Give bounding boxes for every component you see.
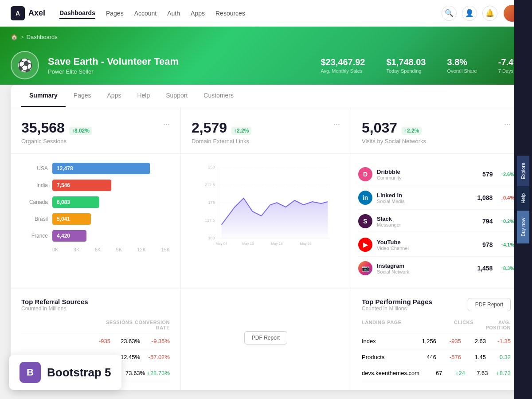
youtube-icon: ▶: [358, 238, 372, 252]
buy-now-button[interactable]: Buy now: [517, 211, 529, 243]
metric-more-icon-3[interactable]: ···: [504, 120, 511, 129]
home-icon: 🏠: [11, 34, 18, 40]
metric-domain-links: ··· 2,579 ↑2.2% Domain External Links: [181, 107, 351, 153]
metric-label-social: Visits by Social Networks: [362, 138, 511, 145]
settings-button[interactable]: 🔔: [482, 6, 497, 21]
nav-right: 🔍 👤 🔔: [442, 4, 521, 23]
search-button[interactable]: 🔍: [442, 6, 457, 21]
referral-header: SESSIONS CONVERSION RATE: [21, 317, 170, 333]
bar-chart-section: USA 12,478 India 7,546 Canada 6,083: [11, 154, 181, 289]
explore-button[interactable]: Explore: [517, 156, 529, 186]
metric-value-sessions: 35,568: [21, 120, 65, 136]
metric-more-icon[interactable]: ···: [163, 120, 170, 129]
help-button[interactable]: Help: [517, 186, 529, 211]
metric-badge-sessions: ↑8.02%: [69, 127, 92, 135]
nav-dashboards[interactable]: Dashboards: [59, 8, 95, 19]
bar-brasil: 5,041: [52, 213, 91, 225]
navbar: A Axel Dashboards Pages Account Auth App…: [0, 0, 532, 27]
tabs: Summary Pages Apps Help Support Customer…: [11, 85, 521, 107]
metric-more-icon-2[interactable]: ···: [333, 120, 340, 129]
hero-logo: ⚽: [11, 51, 39, 79]
charts-grid: USA 12,478 India 7,546 Canada 6,083: [11, 154, 521, 289]
hero-content: ⚽ Save Earth - Volunteer Team Power Elit…: [11, 51, 521, 79]
brand-name: Axel: [28, 8, 45, 18]
bar-canada: 6,083: [52, 196, 99, 208]
dashboard-card: Summary Pages Apps Help Support Customer…: [11, 85, 521, 390]
pdf-report-button-2[interactable]: PDF Report: [468, 298, 511, 311]
bar-axis: 0K 3K 6K 9K 12K 15K: [21, 247, 170, 252]
tab-support[interactable]: Support: [158, 85, 196, 107]
notifications-button[interactable]: 👤: [462, 6, 477, 21]
brand[interactable]: A Axel: [11, 6, 45, 20]
linkedin-icon: in: [358, 191, 372, 205]
nav-resources[interactable]: Resources: [215, 8, 245, 19]
pages-row-1: Index 1,256 -935 2.63 -1.35: [362, 333, 511, 349]
metric-badge-links: ↑2.2%: [231, 127, 251, 135]
hero-text: Save Earth - Volunteer Team Power Elite …: [48, 56, 312, 75]
dribbble-icon: D: [358, 167, 372, 181]
stat-today-spending: $1,748.03 Today Spending: [387, 57, 426, 74]
svg-text:May 10: May 10: [242, 242, 254, 246]
nav-links: Dashboards Pages Account Auth Apps Resou…: [59, 8, 442, 19]
breadcrumb-current: Dashboards: [27, 34, 58, 40]
bootstrap-icon: B: [20, 362, 41, 383]
main-content: Summary Pages Apps Help Support Customer…: [0, 85, 532, 399]
line-chart-section: 100 137.5 175 212.5 250 May: [181, 154, 351, 289]
bar-usa: 12,478: [52, 163, 150, 174]
bootstrap-badge: B Bootstrap 5: [9, 355, 121, 390]
bootstrap-label: Bootstrap 5: [47, 366, 111, 379]
social-networks-section: D Dribbble Community 579 ↑2.6% in Linked…: [351, 154, 521, 289]
bar-row-france: France 4,420: [21, 230, 170, 242]
nav-pages[interactable]: Pages: [106, 8, 124, 19]
referral-row-1: -935 23.63% -9.35%: [21, 333, 170, 349]
referral-subtitle: Counted in Millions: [21, 305, 170, 312]
pdf-report-section: PDF Report: [181, 289, 351, 390]
stat-overall-share: 3.8% Overall Share: [447, 57, 477, 74]
instagram-icon: 📷: [358, 261, 372, 275]
svg-text:May 04: May 04: [215, 242, 227, 246]
social-row-youtube: ▶ YouTube Video Channel 978 ↑4.1%: [358, 233, 514, 257]
nav-apps[interactable]: Apps: [191, 8, 205, 19]
bar-row-usa: USA 12,478: [21, 163, 170, 174]
metrics-grid: ··· 35,568 ↑8.02% Organic Sessions ··· 2…: [11, 107, 521, 154]
metric-label-sessions: Organic Sessions: [21, 138, 170, 145]
tab-help[interactable]: Help: [129, 85, 158, 107]
referral-title: Top Referral Sources: [21, 298, 170, 305]
svg-text:May 26: May 26: [300, 242, 312, 246]
svg-text:100: 100: [208, 236, 215, 240]
stat-monthly-sales: $23,467.92 Avg. Monthly Sales: [321, 57, 365, 74]
nav-auth[interactable]: Auth: [167, 8, 180, 19]
pages-row-2: Products 446 -576 1.45 0.32: [362, 349, 511, 365]
hero-subtitle: Power Elite Seller: [48, 68, 312, 75]
svg-text:175: 175: [208, 200, 215, 205]
bar-row-india: India 7,546: [21, 180, 170, 191]
bar-india: 7,546: [52, 180, 111, 191]
side-panel: Explore Help Buy now: [514, 0, 532, 399]
pages-header: LANDING PAGE CLICKS AVG. POSITION: [362, 317, 511, 333]
tab-customers[interactable]: Customers: [196, 85, 242, 107]
hero-banner: 🏠 > Dashboards ⚽ Save Earth - Volunteer …: [0, 27, 532, 94]
social-row-slack: S Slack Messanger 794 ↑0.2%: [358, 210, 514, 233]
slack-icon: S: [358, 214, 372, 228]
metric-organic-sessions: ··· 35,568 ↑8.02% Organic Sessions: [11, 107, 181, 153]
line-chart-svg: 100 137.5 175 212.5 250 May: [192, 163, 340, 251]
nav-account[interactable]: Account: [134, 8, 157, 19]
social-row-dribbble: D Dribbble Community 579 ↑2.6%: [358, 163, 514, 186]
svg-text:May 18: May 18: [271, 242, 283, 246]
metric-label-links: Domain External Links: [192, 138, 340, 145]
metric-value-social: 5,037: [362, 120, 397, 136]
metric-value-links: 2,579: [192, 120, 227, 136]
top-pages-section: PDF Report Top Performing Pages Counted …: [351, 289, 521, 390]
pdf-report-button[interactable]: PDF Report: [244, 331, 287, 344]
svg-text:137.5: 137.5: [205, 218, 215, 223]
social-row-linkedin: in Linked In Social Media 1,088 ↓0.4%: [358, 186, 514, 210]
brand-icon: A: [11, 6, 25, 20]
hero-stats: $23,467.92 Avg. Monthly Sales $1,748.03 …: [321, 57, 521, 74]
metric-social-visits: ··· 5,037 ↑2.2% Visits by Social Network…: [351, 107, 521, 153]
pages-row-3: devs.keenthemes.com 67 +24 7.63 +8.73: [362, 365, 511, 381]
tab-summary[interactable]: Summary: [21, 85, 66, 107]
tab-apps[interactable]: Apps: [99, 85, 129, 107]
social-row-instagram: 📷 Instagram Social Network 1,458 ↑8.3%: [358, 257, 514, 280]
bar-row-canada: Canada 6,083: [21, 196, 170, 208]
tab-pages[interactable]: Pages: [66, 85, 99, 107]
